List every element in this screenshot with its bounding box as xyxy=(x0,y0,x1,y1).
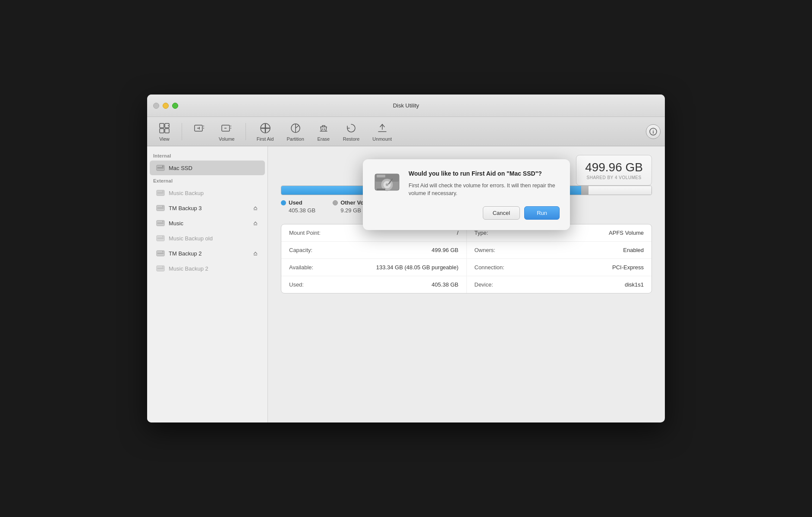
volume-remove-icon xyxy=(220,122,233,135)
sidebar-item-label-music-backup: Music Backup xyxy=(169,190,259,196)
run-button[interactable]: Run xyxy=(524,206,560,220)
sidebar-item-music-backup-old[interactable]: Music Backup old xyxy=(150,231,265,246)
svg-rect-3 xyxy=(165,129,169,133)
svg-point-31 xyxy=(162,251,164,252)
erase-button[interactable]: Erase xyxy=(311,119,337,145)
view-label: View xyxy=(159,136,170,142)
external-section-label: External xyxy=(147,176,268,185)
info-button[interactable] xyxy=(646,124,661,139)
drive-icon-music-backup xyxy=(156,188,165,198)
drive-icon-tm3 xyxy=(156,203,165,213)
sidebar-item-label-music-backup-old: Music Backup old xyxy=(169,235,259,242)
dialog-title: Would you like to run First Aid on "Mac … xyxy=(409,170,560,178)
sidebar-item-music[interactable]: Music xyxy=(150,216,265,230)
erase-label: Erase xyxy=(317,136,330,142)
svg-point-20 xyxy=(162,206,164,207)
svg-point-11 xyxy=(653,129,654,130)
eject-icon-tm3[interactable] xyxy=(252,205,259,211)
sidebar-item-label-mac-ssd: Mac SSD xyxy=(169,165,259,171)
svg-point-28 xyxy=(162,236,164,237)
cancel-button[interactable]: Cancel xyxy=(483,206,520,220)
partition-label: Partition xyxy=(286,136,304,142)
svg-rect-30 xyxy=(157,253,164,254)
titlebar: Disk Utility xyxy=(147,95,665,117)
svg-rect-2 xyxy=(160,129,164,133)
drive-icon-music-backup-old xyxy=(156,233,165,243)
svg-rect-13 xyxy=(157,167,164,168)
toolbar-right xyxy=(646,124,661,139)
sidebar-item-music-backup[interactable]: Music Backup xyxy=(150,186,265,200)
minimize-button[interactable] xyxy=(163,103,169,109)
unmount-icon xyxy=(376,122,389,135)
svg-point-14 xyxy=(162,166,164,167)
maximize-button[interactable] xyxy=(172,103,178,109)
unmount-label: Unmount xyxy=(372,136,392,142)
restore-icon xyxy=(345,122,358,135)
svg-rect-27 xyxy=(157,238,164,239)
svg-rect-16 xyxy=(157,192,164,193)
restore-label: Restore xyxy=(343,136,360,142)
sidebar-item-label-music: Music xyxy=(169,220,249,227)
toolbar: View xyxy=(147,117,665,146)
volume-add-button[interactable] xyxy=(186,119,212,145)
app-window: Disk Utility View xyxy=(147,95,665,422)
drive-icon-music xyxy=(156,218,165,228)
first-aid-label: First Aid xyxy=(257,136,274,142)
volume-add-icon xyxy=(193,122,206,135)
svg-rect-0 xyxy=(160,123,164,128)
partition-icon xyxy=(289,122,302,135)
sidebar-item-music-backup-2[interactable]: Music Backup 2 xyxy=(150,261,265,276)
volume-label: Volume xyxy=(219,136,235,142)
svg-point-35 xyxy=(162,266,164,268)
view-button[interactable]: View xyxy=(151,119,177,145)
sidebar-item-mac-ssd[interactable]: Mac SSD xyxy=(150,161,265,175)
svg-rect-34 xyxy=(157,268,164,269)
erase-icon xyxy=(317,122,330,135)
eject-icon-music[interactable] xyxy=(252,220,259,227)
drive-icon xyxy=(156,163,165,173)
volume-remove-button[interactable]: Volume xyxy=(212,119,241,145)
content-area: 499.96 GB SHARED BY 4 VOLUMES Used xyxy=(268,146,665,422)
internal-section-label: Internal xyxy=(147,151,268,160)
partition-button[interactable]: Partition xyxy=(280,119,310,145)
dialog: Would you like to run First Aid on "Mac … xyxy=(363,159,570,230)
first-aid-icon xyxy=(259,122,272,135)
drive-icon-tm2 xyxy=(156,249,165,258)
eject-icon-tm2[interactable] xyxy=(252,250,259,257)
close-button[interactable] xyxy=(153,103,159,109)
svg-rect-23 xyxy=(157,223,164,224)
sidebar-item-tm-backup-2[interactable]: TM Backup 2 xyxy=(150,246,265,261)
svg-rect-42 xyxy=(377,189,385,190)
sidebar-item-label-music-backup-2: Music Backup 2 xyxy=(169,265,259,272)
drive-icon-music-backup-2 xyxy=(156,264,165,273)
toolbar-divider-1 xyxy=(182,123,182,140)
sidebar-item-label-tm2: TM Backup 2 xyxy=(169,250,249,257)
main-area: Internal Mac SSD External xyxy=(147,146,665,422)
toolbar-divider-2 xyxy=(245,123,246,140)
sidebar: Internal Mac SSD External xyxy=(147,146,268,422)
unmount-button[interactable]: Unmount xyxy=(366,119,398,145)
dialog-icon xyxy=(373,170,401,197)
sidebar-item-tm-backup-3[interactable]: TM Backup 3 xyxy=(150,201,265,215)
view-icon xyxy=(158,122,171,135)
dialog-body: First Aid will check the volume for erro… xyxy=(409,182,560,198)
svg-rect-19 xyxy=(157,208,164,208)
sidebar-item-label-tm3: TM Backup 3 xyxy=(169,205,249,211)
restore-button[interactable]: Restore xyxy=(337,119,366,145)
traffic-lights xyxy=(153,103,178,109)
svg-point-24 xyxy=(162,221,164,222)
window-title: Disk Utility xyxy=(393,102,419,109)
first-aid-button[interactable]: First Aid xyxy=(250,119,280,145)
svg-point-40 xyxy=(386,183,388,186)
dialog-top: Would you like to run First Aid on "Mac … xyxy=(373,170,560,198)
dialog-text-block: Would you like to run First Aid on "Mac … xyxy=(409,170,560,198)
dialog-buttons: Cancel Run xyxy=(373,206,560,220)
svg-point-17 xyxy=(162,191,164,192)
dialog-overlay: Would you like to run First Aid on "Mac … xyxy=(268,146,665,422)
